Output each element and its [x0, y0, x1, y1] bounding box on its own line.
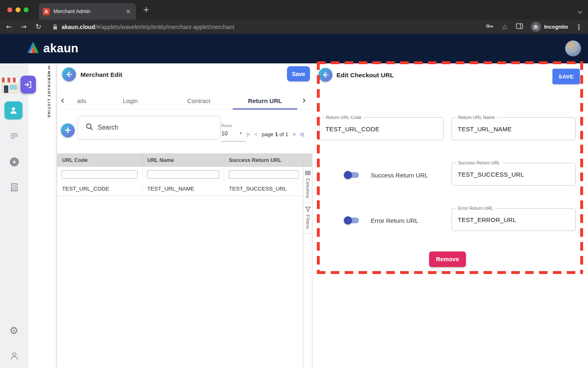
- merchant-listing-strip: 1 MERCHANT LISTING: [43, 65, 55, 120]
- window-zoom-button[interactable]: [24, 7, 29, 12]
- logo-triangle-icon: [26, 41, 40, 56]
- browser-toolbar: ← → ↻ akaun.cloud/#/applets/wavelet/erp/…: [0, 20, 588, 34]
- applet-login-pill[interactable]: [20, 76, 36, 94]
- avatar[interactable]: [565, 40, 581, 56]
- lock-icon[interactable]: [52, 24, 58, 30]
- filters-label: Filters: [305, 215, 310, 229]
- rows-per-page-select[interactable]: 10 ▾: [221, 130, 246, 139]
- page-title: Merchant Edit: [80, 71, 122, 79]
- filters-button[interactable]: Filters: [303, 203, 312, 233]
- person-outline-icon: [9, 351, 19, 361]
- settings-gear-icon[interactable]: ⚙: [8, 325, 20, 337]
- filter-input-success-return-url[interactable]: [229, 170, 299, 179]
- new-tab-button[interactable]: +: [141, 4, 151, 14]
- sidebar-item-favorites[interactable]: ★: [9, 157, 19, 167]
- merchant-edit-card: Merchant Edit Save ails Login Contract R…: [57, 63, 312, 368]
- window-minimize-button[interactable]: [16, 7, 20, 12]
- incognito-icon: [531, 22, 541, 32]
- table-row[interactable]: TEST_URL_CODE TEST_URL_NAME TEST_SUCCESS…: [57, 182, 303, 195]
- page-current: 1: [275, 131, 278, 137]
- error-return-url-label: Error Return URL: [456, 206, 495, 211]
- error-return-url-toggle-label: Error Return URL: [371, 217, 419, 224]
- filter-row: [57, 167, 303, 182]
- cell-url-code: TEST_URL_CODE: [57, 182, 142, 195]
- pagination: |< < page 1 of 1 > >|: [247, 131, 303, 137]
- merchant-applet-item[interactable]: [0, 76, 38, 94]
- sidebar-item-list[interactable]: [9, 131, 19, 141]
- error-return-url-toggle[interactable]: [344, 216, 360, 224]
- side-panel-icon[interactable]: [515, 22, 523, 32]
- tab-return-url[interactable]: Return URL: [233, 92, 297, 109]
- cell-url-name: TEST_URL_NAME: [142, 182, 224, 195]
- browser-tab[interactable]: A Merchant Admin ×: [39, 3, 136, 20]
- back-arrow-icon: [65, 70, 73, 79]
- tab-title: Merchant Admin: [53, 9, 125, 14]
- column-header-success-return-url[interactable]: Success Return URL: [224, 153, 303, 167]
- next-page-button[interactable]: >: [293, 132, 295, 137]
- reload-button[interactable]: ↻: [33, 20, 43, 34]
- success-return-url-toggle-row: Success Return URL: [344, 171, 428, 180]
- tabs-scroll-right-icon[interactable]: [297, 92, 311, 109]
- error-return-url-input[interactable]: [452, 209, 575, 231]
- columns-icon: [305, 170, 311, 176]
- sidebar-item-organization[interactable]: [9, 182, 19, 192]
- tab-details-partial[interactable]: ails: [68, 92, 96, 109]
- tabs-scroll-left-icon[interactable]: [57, 92, 68, 109]
- search-icon: [85, 123, 94, 132]
- tab-contract[interactable]: Contract: [165, 92, 233, 109]
- list-icon: [9, 131, 19, 141]
- tab-close-icon[interactable]: ×: [125, 8, 132, 15]
- success-return-url-toggle[interactable]: [344, 171, 360, 179]
- return-url-name-input[interactable]: [452, 118, 575, 140]
- page-of-word: of: [279, 131, 284, 137]
- address-bar[interactable]: akaun.cloud/#/applets/wavelet/erp/entity…: [62, 24, 234, 30]
- store-icon: [1, 76, 20, 96]
- columns-button[interactable]: Columns: [303, 167, 312, 203]
- login-arrow-icon: [24, 80, 33, 89]
- passwords-key-icon[interactable]: [485, 22, 494, 32]
- url-path: /#/applets/wavelet/erp/entity/merchant-a…: [95, 24, 234, 30]
- success-return-url-input[interactable]: [452, 163, 575, 185]
- sidebar-item-users[interactable]: [4, 101, 22, 119]
- back-button[interactable]: ←: [4, 20, 14, 34]
- rows-value: 10: [221, 130, 228, 137]
- profile-icon[interactable]: [9, 351, 19, 361]
- remove-button[interactable]: Remove: [429, 251, 466, 267]
- akaun-logo[interactable]: akaun: [26, 41, 78, 56]
- checkout-save-button[interactable]: SAVE: [552, 69, 580, 84]
- save-button[interactable]: Save: [287, 66, 310, 81]
- prev-page-button[interactable]: <: [255, 132, 257, 137]
- tab-bar: ails Login Contract Return URL: [57, 92, 312, 110]
- checkout-back-button[interactable]: [318, 68, 332, 82]
- merchant-edit-back-button[interactable]: [62, 67, 76, 81]
- search-input[interactable]: [98, 124, 200, 131]
- forward-button[interactable]: →: [19, 20, 29, 34]
- rows-select-underline: [220, 141, 246, 141]
- last-page-button[interactable]: >|: [300, 132, 303, 137]
- column-header-url-code[interactable]: URL Code: [57, 153, 142, 167]
- success-return-url-toggle-label: Success Return URL: [371, 172, 428, 179]
- tab-login[interactable]: Login: [96, 92, 165, 109]
- incognito-badge[interactable]: Incognito: [531, 22, 568, 32]
- caret-down-icon: ▾: [240, 131, 242, 135]
- success-return-url-label: Success Return URL: [456, 160, 502, 165]
- edit-checkout-url-panel: Edit Checkout URL SAVE Return URL Code R…: [312, 63, 588, 368]
- listing-count: 1: [43, 65, 55, 70]
- add-return-url-button[interactable]: +: [61, 123, 75, 137]
- main-content: ★ ⚙ 1 MERCHANT LISTING Merchant Edit: [0, 63, 588, 368]
- filter-input-url-name[interactable]: [147, 170, 219, 179]
- plus-icon: +: [64, 126, 71, 135]
- toggle-thumb: [344, 216, 352, 224]
- cell-success-return-url: TEST_SUCCESS_URL: [224, 182, 303, 195]
- first-page-button[interactable]: |<: [247, 132, 250, 137]
- column-header-url-name[interactable]: URL Name: [142, 153, 224, 167]
- window-controls: [7, 7, 29, 12]
- bookmark-star-icon[interactable]: ☆: [501, 23, 508, 31]
- tab-search-chevron-icon[interactable]: [577, 8, 582, 16]
- return-url-code-input[interactable]: [320, 118, 443, 140]
- side-rail-divider: [303, 233, 312, 233]
- window-close-button[interactable]: [7, 7, 12, 12]
- menu-dots-icon[interactable]: ⋮: [575, 23, 582, 31]
- filter-input-url-code[interactable]: [62, 170, 138, 179]
- success-return-url-field: Success Return URL: [452, 163, 576, 186]
